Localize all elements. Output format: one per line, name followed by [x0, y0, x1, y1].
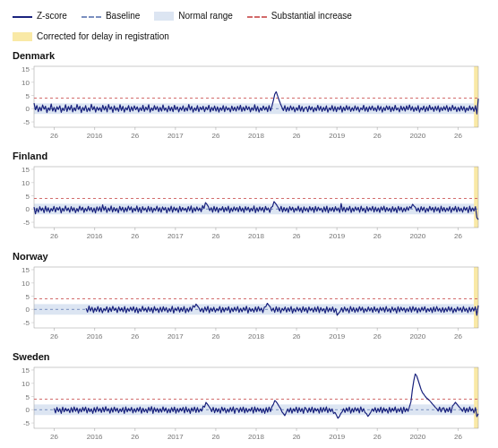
legend-normal-label: Normal range: [178, 11, 233, 21]
svg-text:2020: 2020: [409, 232, 425, 240]
svg-text:0: 0: [26, 406, 30, 414]
svg-text:2016: 2016: [87, 433, 103, 441]
chart-plot: -505101526201626201726201826201926202026: [13, 364, 484, 444]
legend-corrected: Corrected for delay in registration: [13, 31, 169, 41]
legend-corrected-label: Corrected for delay in registration: [37, 31, 169, 41]
svg-rect-2: [34, 66, 478, 127]
svg-text:15: 15: [21, 366, 30, 375]
svg-text:2018: 2018: [248, 232, 264, 240]
chart-legend: Z-score Baseline Normal range Substantia…: [13, 11, 485, 41]
svg-text:2019: 2019: [329, 132, 345, 140]
svg-text:0: 0: [26, 205, 30, 213]
svg-text:26: 26: [211, 232, 219, 240]
svg-text:2018: 2018: [248, 132, 264, 140]
svg-text:26: 26: [454, 232, 462, 240]
svg-text:5: 5: [26, 193, 30, 201]
svg-text:26: 26: [293, 232, 301, 240]
chart-title: Norway: [13, 251, 485, 262]
svg-text:26: 26: [293, 332, 301, 340]
chart-panel: Denmark-50510152620162620172620182620192…: [13, 50, 485, 143]
svg-text:26: 26: [211, 132, 219, 140]
legend-zscore: Z-score: [13, 11, 67, 21]
svg-text:10: 10: [21, 179, 30, 187]
svg-text:26: 26: [374, 433, 382, 441]
legend-normal: Normal range: [154, 11, 233, 21]
legend-baseline: Baseline: [82, 11, 140, 21]
chart-title: Sweden: [13, 351, 485, 362]
svg-text:26: 26: [454, 433, 462, 441]
svg-text:-5: -5: [23, 118, 30, 126]
svg-text:0: 0: [26, 306, 30, 314]
svg-text:26: 26: [454, 332, 462, 340]
svg-text:26: 26: [131, 332, 139, 340]
svg-text:26: 26: [131, 232, 139, 240]
svg-text:0: 0: [26, 105, 30, 113]
svg-text:26: 26: [50, 132, 58, 140]
zscore-swatch: [13, 12, 32, 21]
svg-text:2020: 2020: [409, 132, 425, 140]
svg-text:26: 26: [374, 332, 382, 340]
svg-text:2020: 2020: [409, 332, 425, 340]
svg-text:-5: -5: [23, 319, 30, 327]
corrected-swatch: [13, 32, 32, 41]
svg-text:26: 26: [131, 433, 139, 441]
chart-title: Denmark: [13, 50, 485, 61]
chart-plot: -505101526201626201726201826201926202026: [13, 163, 484, 244]
chart-panel: Sweden-505101526201626201726201826201926…: [13, 351, 485, 444]
chart-title: Finland: [13, 151, 485, 161]
charts-container: Denmark-50510152620162620172620182620192…: [13, 50, 485, 444]
substantial-swatch: [247, 12, 267, 21]
svg-rect-75: [474, 267, 478, 328]
svg-text:26: 26: [50, 433, 58, 441]
svg-text:15: 15: [21, 266, 30, 274]
svg-text:5: 5: [26, 293, 30, 301]
normal-swatch: [154, 12, 174, 21]
svg-text:-5: -5: [23, 419, 30, 427]
svg-text:-5: -5: [23, 219, 30, 227]
svg-text:2019: 2019: [329, 232, 345, 240]
legend-baseline-label: Baseline: [106, 11, 140, 21]
svg-text:2020: 2020: [409, 433, 425, 441]
svg-text:26: 26: [293, 132, 301, 140]
svg-text:15: 15: [21, 166, 30, 174]
svg-text:26: 26: [131, 132, 139, 140]
svg-rect-39: [34, 167, 478, 228]
chart-panel: Norway-505101526201626201726201826201926…: [13, 251, 485, 344]
legend-substantial: Substantial increase: [247, 11, 352, 21]
svg-text:26: 26: [211, 332, 219, 340]
svg-text:26: 26: [454, 132, 462, 140]
svg-text:2017: 2017: [167, 332, 184, 340]
chart-plot: -505101526201626201726201826201926202026: [13, 263, 484, 344]
svg-text:2016: 2016: [87, 132, 103, 140]
svg-text:26: 26: [374, 232, 382, 240]
chart-plot: -505101526201626201726201826201926202026: [13, 63, 484, 143]
svg-text:2017: 2017: [167, 232, 184, 240]
svg-text:2017: 2017: [167, 433, 184, 441]
baseline-swatch: [82, 12, 101, 21]
svg-rect-76: [34, 267, 478, 328]
svg-rect-1: [474, 66, 478, 127]
svg-text:26: 26: [374, 132, 382, 140]
legend-substantial-label: Substantial increase: [271, 11, 352, 21]
svg-text:2016: 2016: [87, 332, 103, 340]
legend-zscore-label: Z-score: [37, 11, 67, 21]
svg-text:10: 10: [21, 79, 30, 87]
svg-text:2019: 2019: [329, 433, 345, 441]
svg-text:2018: 2018: [248, 433, 264, 441]
svg-text:10: 10: [21, 280, 30, 288]
chart-panel: Finland-50510152620162620172620182620192…: [13, 151, 485, 244]
svg-text:26: 26: [50, 232, 58, 240]
svg-text:2019: 2019: [329, 332, 345, 340]
svg-text:2018: 2018: [248, 332, 264, 340]
svg-text:2017: 2017: [167, 132, 184, 140]
svg-rect-112: [474, 367, 478, 428]
svg-text:26: 26: [293, 433, 301, 441]
svg-text:2016: 2016: [87, 232, 103, 240]
svg-text:26: 26: [211, 433, 219, 441]
svg-text:5: 5: [26, 393, 30, 401]
svg-text:5: 5: [26, 92, 30, 100]
svg-text:15: 15: [21, 65, 30, 73]
svg-text:10: 10: [21, 380, 30, 388]
svg-text:26: 26: [50, 332, 58, 340]
